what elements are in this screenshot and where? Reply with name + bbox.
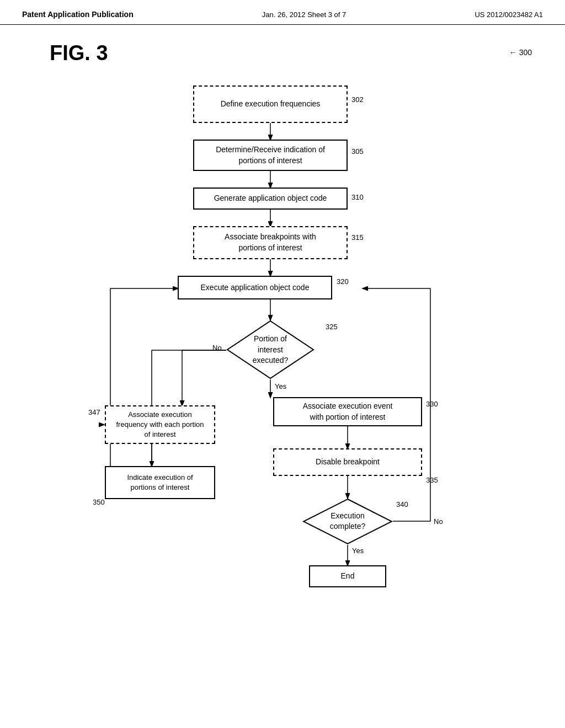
box-302: Define execution frequencies bbox=[193, 85, 348, 123]
box-end: End bbox=[309, 565, 386, 587]
yes-label-325: Yes bbox=[275, 382, 286, 390]
diagram-area: FIG. 3 300 bbox=[0, 25, 565, 709]
arrows-svg bbox=[55, 80, 519, 703]
figure-label: FIG. 3 bbox=[50, 41, 108, 65]
label-320: 320 bbox=[337, 277, 349, 286]
label-335: 335 bbox=[426, 476, 438, 484]
diamond-340: Executioncomplete? bbox=[302, 498, 393, 545]
label-347: 347 bbox=[88, 408, 100, 416]
yes-label-340: Yes bbox=[352, 547, 364, 555]
box-350: Indicate execution of portions of intere… bbox=[105, 466, 215, 499]
box-347: Associate execution frequency with each … bbox=[105, 405, 215, 444]
box-305: Determine/Receive indication of portions… bbox=[193, 140, 348, 171]
flowchart: Define execution frequencies 302 Determi… bbox=[55, 80, 519, 703]
figure-number: 300 bbox=[509, 48, 532, 57]
label-350: 350 bbox=[93, 498, 105, 506]
label-302: 302 bbox=[351, 95, 364, 104]
publication-date: Jan. 26, 2012 Sheet 3 of 7 bbox=[262, 10, 347, 19]
page-header: Patent Application Publication Jan. 26, … bbox=[0, 0, 565, 25]
label-310: 310 bbox=[351, 193, 364, 201]
label-340: 340 bbox=[396, 500, 408, 508]
publication-number: US 2012/0023482 A1 bbox=[475, 10, 543, 19]
no-label-340: No bbox=[434, 517, 443, 526]
label-325: 325 bbox=[326, 323, 338, 331]
box-335: Disable breakpoint bbox=[273, 448, 422, 476]
box-310: Generate application object code bbox=[193, 188, 348, 210]
box-315: Associate breakpoints with portions of i… bbox=[193, 226, 348, 259]
label-315: 315 bbox=[351, 233, 364, 242]
label-305: 305 bbox=[351, 147, 364, 156]
publication-title: Patent Application Publication bbox=[22, 10, 134, 19]
no-label-325: No bbox=[212, 344, 222, 352]
box-320: Execute application object code bbox=[178, 276, 332, 299]
diamond-325: Portion of interestexecuted? bbox=[226, 320, 315, 379]
box-330: Associate execution event with portion o… bbox=[273, 397, 422, 426]
label-330: 330 bbox=[426, 400, 438, 408]
